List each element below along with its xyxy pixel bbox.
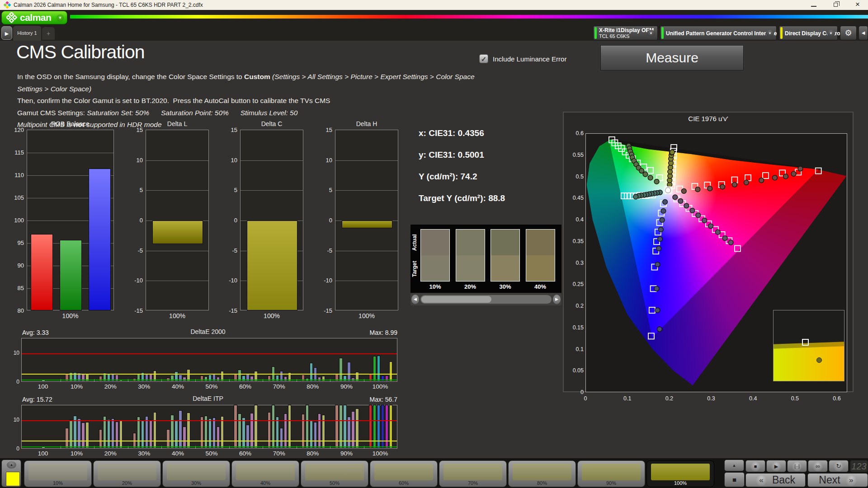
refresh-icon: ↻ (834, 461, 844, 471)
window-title: Calman 2026 Calman Home for Samsung - TC… (14, 0, 203, 10)
tab-scroll-button[interactable]: ▶ (1, 26, 12, 40)
meter-line1: X-Rite i1Display OEM (599, 27, 654, 33)
deltae-itp-chart: DeltaE ITPAvg: 15.72Max: 56.710010010%20… (16, 395, 400, 458)
calman-window: Calman 2026 Calman Home for Samsung - TC… (0, 0, 868, 488)
readout-luminance: Y (cd/m²): 74.2 (419, 172, 505, 182)
tab-add-button[interactable]: + (42, 27, 55, 40)
next-icon: » (846, 475, 857, 486)
play-icon: ▶ (771, 461, 781, 471)
scroll-track[interactable] (420, 295, 552, 304)
include-luminance-error[interactable]: ✓ Include Luminance Error (479, 54, 566, 63)
interval-button[interactable]: [··] (787, 460, 807, 472)
inset-measured-point (816, 357, 822, 363)
stop-button[interactable]: ■ (745, 460, 765, 472)
pattern-patch-100%[interactable]: 100% (646, 460, 714, 487)
collapse-panel-button[interactable]: ◀ (859, 26, 868, 40)
actual-target-panel: ActualTarget10%20%30%40% (410, 225, 561, 293)
calman-menu-button[interactable]: calman ▼ (1, 11, 67, 24)
transport-up-button[interactable]: ▲ (724, 460, 744, 471)
readout-target-luminance: Target Y (cd/m²): 88.8 (419, 193, 505, 203)
pattern-patch-80%[interactable]: 80% (508, 460, 576, 487)
app-icon (4, 1, 11, 9)
source-chevron-icon[interactable]: ▼ (766, 30, 774, 37)
interval-icon: [··] (792, 461, 802, 471)
title-bar: Calman 2026 Calman Home for Samsung - TC… (0, 0, 868, 10)
layout-icon: ■ (732, 476, 736, 483)
inset-gradient (774, 345, 844, 381)
back-icon: « (756, 475, 767, 486)
restore-icon (834, 3, 838, 7)
scroll-right-icon[interactable]: ▶ (553, 295, 561, 304)
luminance-checkbox-label: Include Luminance Error (493, 55, 566, 63)
window-layout-button[interactable]: ■ (724, 472, 745, 487)
refresh-button[interactable]: ↻ (829, 460, 849, 472)
gear-icon: ⚙ (844, 28, 852, 38)
settings-button[interactable]: ⚙ (840, 26, 857, 40)
next-button[interactable]: Next » (807, 473, 868, 487)
next-label: Next (819, 474, 840, 486)
minimize-icon (811, 6, 816, 7)
pattern-up-icon[interactable]: ▲ (7, 461, 16, 469)
pattern-bar: ▲ 10%20%30%40%50%60%70%80%90%100% ▲ ■ ■ … (0, 458, 868, 488)
meter-line2: TCL 65 C6KS (599, 33, 629, 39)
pattern-patch-90%[interactable]: 90% (577, 460, 645, 487)
loop-icon: ∞ (813, 461, 823, 471)
calman-wordmark: calman (20, 12, 51, 23)
cie-zoom-inset (773, 310, 844, 381)
deltae-2000-chart: DeltaE 2000Avg: 3.33Max: 8.9910010010%20… (16, 328, 400, 391)
display-chevron-icon[interactable]: ▼ (827, 30, 835, 37)
back-label: Back (772, 474, 795, 486)
pattern-patch-40%[interactable]: 40% (231, 460, 299, 487)
delta-l-chart: Delta L151050-5-10-15100% (132, 120, 211, 320)
play-button[interactable]: ▶ (766, 460, 786, 472)
minimize-button[interactable] (803, 0, 824, 10)
restore-button[interactable] (826, 0, 846, 10)
pattern-patch-60%[interactable]: 60% (370, 460, 438, 487)
pattern-patch-10%[interactable]: 10% (24, 460, 92, 487)
display-status (780, 27, 783, 39)
stop-icon: ■ (750, 461, 760, 471)
calman-diamond-icon (6, 12, 17, 23)
readout-y: y: CIE31: 0.5001 (419, 150, 505, 160)
pattern-patch-20%[interactable]: 20% (93, 460, 161, 487)
pattern-patch-70%[interactable]: 70% (439, 460, 507, 487)
close-button[interactable]: × (847, 0, 868, 10)
back-button[interactable]: « Back (745, 473, 806, 487)
source-line1: Unified Pattern Generator Control Interf… (666, 26, 777, 41)
loop-button[interactable]: ∞ (808, 460, 828, 472)
delta-c-chart: Delta C151050-5-10-15100% (226, 120, 305, 320)
pattern-patch-30%[interactable]: 30% (162, 460, 230, 487)
numeric-pattern-button[interactable]: 123 (850, 460, 868, 472)
measure-button[interactable]: Measure (600, 45, 744, 70)
page-title: CMS Calibration (16, 42, 145, 63)
display-dropdown[interactable]: Direct Display Control ▼ (779, 26, 838, 40)
chevron-left-icon: ◀ (862, 30, 865, 35)
source-status (661, 27, 664, 39)
rgb-balance-chart: RGB Balance12011511010510095908580100% (13, 120, 117, 320)
current-pattern-swatch (6, 472, 20, 486)
meter-status (594, 27, 597, 39)
luminance-checkbox[interactable]: ✓ (479, 54, 488, 63)
delta-h-chart: Delta H151050-5-10-15100% (321, 120, 400, 320)
header-band: calman ▼ ▶ History 1 + X-Rite i1Display … (0, 10, 868, 41)
calman-menu-chevron-icon[interactable]: ▼ (57, 14, 64, 22)
tab-history-1[interactable]: History 1 (13, 26, 41, 41)
cie-1976-chart: CIE 1976 u'v' 00.10.20.30.40.50.600.050.… (563, 112, 854, 392)
inset-target-square (802, 339, 809, 346)
meter-chevron-icon[interactable]: ▼ (647, 30, 655, 37)
pattern-patch-50%[interactable]: 50% (301, 460, 368, 487)
current-pattern-widget[interactable]: ▲ (1, 460, 21, 487)
scroll-left-icon[interactable]: ◀ (411, 295, 419, 304)
scroll-thumb[interactable] (421, 296, 491, 303)
readout-x: x: CIE31: 0.4356 (419, 128, 505, 138)
up-icon: ▲ (732, 463, 736, 468)
rainbow-strip (70, 15, 868, 19)
source-dropdown[interactable]: Unified Pattern Generator Control Interf… (660, 26, 777, 40)
measurement-readouts: x: CIE31: 0.4356 y: CIE31: 0.5001 Y (cd/… (419, 128, 505, 215)
meter-dropdown[interactable]: X-Rite i1Display OEM TCL 65 C6KS ▼ (593, 26, 658, 40)
swatch-scrollbar[interactable]: ◀ ▶ (410, 293, 561, 305)
